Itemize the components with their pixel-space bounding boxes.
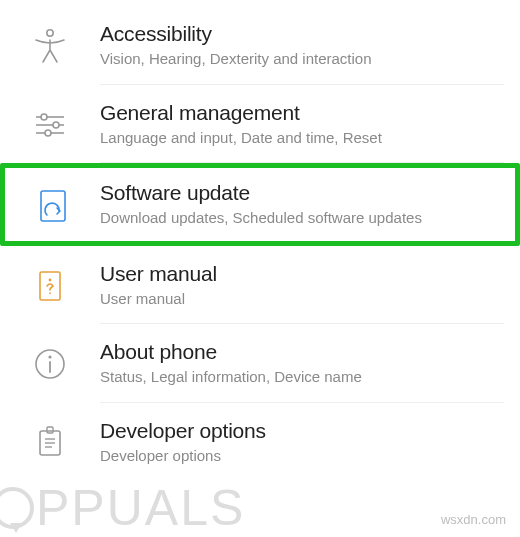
watermark-text: PPUALS: [36, 479, 245, 537]
icon-container: [0, 419, 100, 463]
bubble-icon: [0, 487, 34, 529]
item-title: Accessibility: [100, 22, 504, 46]
text-container: Accessibility Vision, Hearing, Dexterity…: [100, 22, 504, 69]
item-title: About phone: [100, 340, 504, 364]
item-title: Software update: [100, 181, 499, 205]
text-container: Software update Download updates, Schedu…: [100, 181, 499, 228]
update-icon: [33, 185, 73, 225]
icon-container: [0, 101, 100, 145]
item-subtitle: Developer options: [100, 446, 504, 466]
watermark-left: PPUALS: [0, 479, 245, 537]
item-subtitle: Vision, Hearing, Dexterity and interacti…: [100, 49, 504, 69]
item-subtitle: User manual: [100, 289, 504, 309]
text-container: About phone Status, Legal information, D…: [100, 340, 504, 387]
item-title: General management: [100, 101, 504, 125]
settings-list: Accessibility Vision, Hearing, Dexterity…: [0, 0, 520, 481]
icon-container: [5, 181, 100, 225]
settings-item-software-update[interactable]: Software update Download updates, Schedu…: [0, 163, 520, 246]
accessibility-icon: [30, 26, 70, 66]
icon-container: [0, 22, 100, 66]
developer-icon: [30, 423, 70, 463]
icon-container: [0, 340, 100, 384]
text-container: User manual User manual: [100, 262, 504, 309]
item-subtitle: Download updates, Scheduled software upd…: [100, 208, 499, 228]
settings-item-accessibility[interactable]: Accessibility Vision, Hearing, Dexterity…: [0, 6, 520, 85]
settings-item-about-phone[interactable]: About phone Status, Legal information, D…: [0, 324, 520, 403]
settings-item-user-manual[interactable]: User manual User manual: [0, 246, 520, 325]
settings-item-developer-options[interactable]: Developer options Developer options: [0, 403, 520, 482]
watermark-right: wsxdn.com: [441, 512, 506, 527]
item-title: Developer options: [100, 419, 504, 443]
sliders-icon: [30, 105, 70, 145]
text-container: General management Language and input, D…: [100, 101, 504, 148]
item-subtitle: Status, Legal information, Device name: [100, 367, 504, 387]
item-title: User manual: [100, 262, 504, 286]
text-container: Developer options Developer options: [100, 419, 504, 466]
info-icon: [30, 344, 70, 384]
settings-item-general-management[interactable]: General management Language and input, D…: [0, 85, 520, 164]
icon-container: [0, 262, 100, 306]
item-subtitle: Language and input, Date and time, Reset: [100, 128, 504, 148]
manual-icon: [30, 266, 70, 306]
